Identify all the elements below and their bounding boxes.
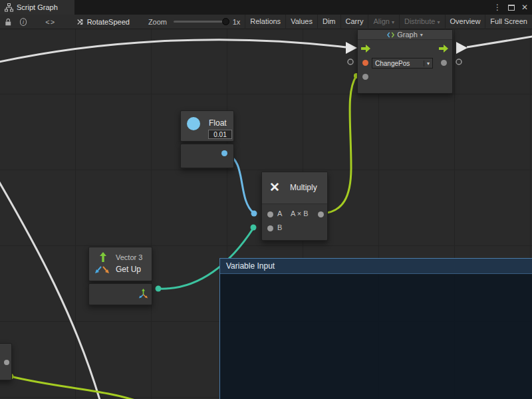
partial-node[interactable] xyxy=(0,343,12,380)
float-value: 0.01 xyxy=(213,131,226,138)
graph-icon xyxy=(387,31,394,39)
flow-out-port[interactable] xyxy=(438,44,449,53)
graph-output-node[interactable]: Graph ▾ ChangePos ▾ xyxy=(357,29,453,94)
vector3-get-up-node[interactable]: Vector 3 Get Up xyxy=(88,247,152,305)
float-output-port[interactable] xyxy=(221,150,227,156)
unconnected-port-circle[interactable] xyxy=(456,59,462,65)
unity-visual-scripting-window: Script Graph ⋮ ✕ i <> RotateSpeed Zoom 1… xyxy=(0,0,532,399)
graph-asset-icon xyxy=(76,18,84,26)
tab-label: Script Graph xyxy=(17,3,58,11)
graph-node-title: Graph xyxy=(397,31,418,39)
changepos-dropdown-value: ChangePos xyxy=(372,60,424,67)
vector-node-title: Get Up xyxy=(116,265,141,274)
graph-name-label[interactable]: RotateSpeed xyxy=(87,18,130,26)
multiply-input-a-label: A xyxy=(277,209,282,217)
multiply-icon: ✕ xyxy=(269,180,280,195)
variable-input-header[interactable]: Variable Input xyxy=(220,259,532,274)
multiply-input-a-port[interactable] xyxy=(267,211,273,217)
flow-wire-out xyxy=(467,35,532,47)
up-arrow-icon xyxy=(98,251,108,263)
values-button[interactable]: Values xyxy=(285,15,317,29)
vector-node-type: Vector 3 xyxy=(116,253,142,261)
close-icon[interactable]: ✕ xyxy=(521,3,528,12)
zoom-value: 1x xyxy=(233,18,241,26)
tab-script-graph[interactable]: Script Graph xyxy=(0,0,74,15)
zoom-slider[interactable] xyxy=(174,21,227,23)
flow-arrowhead-out xyxy=(456,42,467,54)
multiply-result-label: A × B xyxy=(291,209,309,217)
info-icon[interactable]: i xyxy=(20,18,27,26)
code-view-icon[interactable]: <> xyxy=(45,18,55,26)
tab-bar: Script Graph ⋮ ✕ xyxy=(0,0,532,15)
vector-axes-icon xyxy=(94,265,110,275)
carry-button[interactable]: Carry xyxy=(340,15,368,29)
lock-icon[interactable] xyxy=(5,17,12,27)
multiply-input-b-port[interactable] xyxy=(267,225,273,231)
graph-canvas[interactable]: Graph ▾ ChangePos ▾ Float 0.0 xyxy=(0,29,532,399)
wire-endpoint xyxy=(251,225,257,231)
float-type-icon xyxy=(187,117,200,130)
variable-input-body xyxy=(220,274,532,399)
variable-input-title: Variable Input xyxy=(226,261,275,271)
changepos-dropdown[interactable]: ChangePos ▾ xyxy=(372,58,433,68)
variable-input-panel[interactable]: Variable Input xyxy=(219,258,532,399)
flow-wire-in xyxy=(0,40,346,63)
wire-endpoint xyxy=(251,211,257,217)
float-node-title: Float xyxy=(209,118,227,128)
distribute-button[interactable]: Distribute ▾ xyxy=(399,15,445,29)
vector3-output-icon[interactable] xyxy=(138,289,148,299)
partial-node-port[interactable] xyxy=(4,360,9,365)
chevron-down-icon: ▾ xyxy=(437,19,440,25)
multiply-input-b-label: B xyxy=(277,223,282,231)
unconnected-port-circle[interactable] xyxy=(348,59,353,65)
flow-in-port[interactable] xyxy=(360,44,371,53)
full-screen-button[interactable]: Full Screen xyxy=(485,15,532,29)
graph-node-output-port[interactable] xyxy=(441,60,447,66)
overview-button[interactable]: Overview xyxy=(445,15,485,29)
float-literal-node[interactable]: Float 0.01 xyxy=(180,110,234,168)
value-wire-bottom xyxy=(11,376,144,399)
chevron-down-icon: ▾ xyxy=(424,61,432,66)
graph-node-value-port[interactable] xyxy=(362,74,368,80)
multiply-node[interactable]: ✕ Multiply A A × B B xyxy=(261,172,328,241)
zoom-slider-handle[interactable] xyxy=(222,18,229,25)
zoom-label: Zoom xyxy=(148,18,167,26)
multiply-result-port[interactable] xyxy=(318,211,324,217)
maximize-icon[interactable] xyxy=(508,5,515,11)
dim-button[interactable]: Dim xyxy=(317,15,340,29)
chevron-down-icon: ▾ xyxy=(392,19,394,25)
relations-button[interactable]: Relations xyxy=(245,15,285,29)
float-value-input[interactable]: 0.01 xyxy=(208,130,232,139)
flow-wire-diagonal xyxy=(0,174,101,399)
wire-endpoint xyxy=(156,286,162,292)
graph-toolbar: i <> RotateSpeed Zoom 1x Relations Value… xyxy=(0,15,532,29)
align-button[interactable]: Align ▾ xyxy=(368,15,399,29)
chevron-down-icon[interactable]: ▾ xyxy=(420,32,423,38)
flow-arrowhead-in xyxy=(346,42,357,54)
changepos-value-port[interactable] xyxy=(362,60,368,66)
menu-dots-icon[interactable]: ⋮ xyxy=(493,3,501,12)
script-graph-tab-icon xyxy=(5,3,13,12)
multiply-node-title: Multiply xyxy=(290,183,317,192)
